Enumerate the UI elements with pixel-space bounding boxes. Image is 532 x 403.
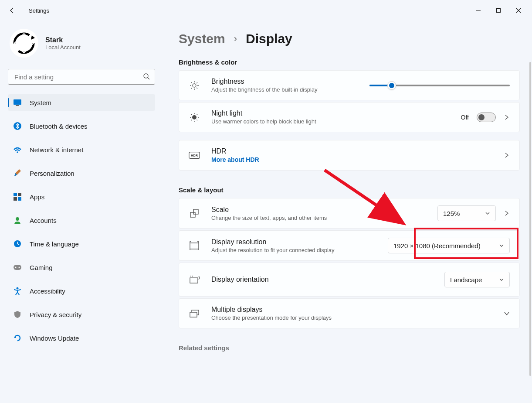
card-orientation[interactable]: Display orientation Landscape	[179, 263, 520, 297]
scale-dropdown[interactable]: 125%	[437, 205, 496, 221]
nightlight-icon	[189, 112, 200, 123]
personalization-icon	[13, 169, 22, 178]
svg-text:HDR: HDR	[191, 154, 198, 157]
minimize-icon	[476, 8, 481, 13]
card-multiple-displays[interactable]: Multiple displays Choose the presentatio…	[179, 298, 520, 328]
sidebar-item-network[interactable]: Network & internet	[8, 141, 155, 158]
network-icon	[13, 145, 22, 154]
resolution-dropdown[interactable]: 1920 × 1080 (Recommended)	[388, 238, 510, 253]
breadcrumb-parent[interactable]: System	[179, 31, 225, 46]
back-button[interactable]	[3, 2, 21, 19]
sidebar-item-label: Accessibility	[30, 287, 65, 295]
svg-line-28	[197, 88, 197, 89]
svg-rect-13	[14, 197, 17, 201]
chevron-right-icon[interactable]	[504, 210, 510, 216]
orientation-dropdown[interactable]: Landscape	[444, 272, 510, 287]
card-desc: Change the size of text, apps, and other…	[211, 215, 437, 221]
app-title: Settings	[29, 7, 49, 14]
svg-point-18	[15, 267, 17, 268]
sidebar-item-system[interactable]: System	[8, 94, 155, 111]
svg-point-31	[192, 115, 197, 120]
arrow-left-icon	[9, 7, 16, 14]
page-title: Display	[246, 31, 292, 46]
chevron-right-icon[interactable]	[504, 152, 510, 158]
breadcrumb: System › Display	[179, 31, 520, 46]
sidebar-item-accessibility[interactable]: Accessibility	[8, 283, 155, 299]
sidebar-item-apps[interactable]: Apps	[8, 188, 155, 205]
toggle-state: Off	[461, 114, 469, 121]
svg-rect-44	[190, 243, 199, 249]
sidebar-item-label: Personalization	[30, 170, 75, 177]
svg-point-46	[190, 276, 191, 277]
maximize-button[interactable]	[488, 3, 508, 17]
scale-icon	[189, 208, 200, 219]
chevron-down-icon	[485, 211, 490, 216]
card-desc: Adjust the brightness of the built-in di…	[211, 86, 352, 93]
minimize-button[interactable]	[468, 3, 488, 17]
sidebar-item-label: System	[30, 99, 51, 106]
svg-point-19	[19, 267, 20, 268]
sidebar-item-update[interactable]: Windows Update	[8, 330, 155, 346]
card-title: Multiple displays	[211, 306, 504, 314]
sidebar-item-label: Accounts	[30, 217, 57, 224]
svg-point-5	[144, 74, 148, 78]
sidebar-item-time[interactable]: Time & language	[8, 236, 155, 252]
svg-point-15	[16, 217, 19, 221]
svg-rect-8	[16, 105, 19, 106]
update-icon	[13, 334, 22, 342]
hdr-icon: HDR	[189, 150, 200, 161]
svg-line-27	[191, 82, 192, 83]
card-title: Scale	[211, 206, 437, 214]
brightness-icon	[189, 80, 200, 91]
nightlight-toggle[interactable]	[477, 113, 496, 122]
svg-rect-14	[18, 197, 21, 201]
chevron-down-icon[interactable]	[504, 311, 510, 317]
close-button[interactable]	[508, 3, 529, 17]
resolution-icon	[189, 240, 200, 251]
card-brightness: Brightness Adjust the brightness of the …	[179, 70, 520, 100]
orientation-icon	[189, 274, 200, 285]
nav-list: System Bluetooth & devices Network & int…	[8, 94, 155, 352]
time-icon	[13, 239, 22, 248]
sidebar-item-label: Apps	[30, 193, 44, 201]
scrollbar[interactable]	[529, 62, 531, 376]
card-resolution[interactable]: Display resolution Adjust the resolution…	[179, 230, 520, 261]
sidebar-item-personalization[interactable]: Personalization	[8, 165, 155, 181]
svg-line-38	[191, 120, 192, 120]
chevron-right-icon[interactable]	[504, 114, 510, 120]
svg-rect-49	[190, 312, 197, 317]
svg-line-6	[148, 78, 149, 79]
sidebar-item-label: Network & internet	[30, 146, 83, 154]
brightness-slider[interactable]	[369, 85, 510, 86]
card-title: Display orientation	[211, 276, 444, 283]
content-area: System › Display Brightness & color Brig…	[161, 21, 532, 403]
svg-rect-17	[14, 265, 21, 270]
card-hdr[interactable]: HDR HDR More about HDR	[179, 140, 520, 171]
sidebar: Stark Local Account System Bluetooth & d…	[0, 21, 161, 403]
search-input[interactable]	[8, 69, 155, 85]
system-icon	[13, 98, 22, 107]
accessibility-icon	[13, 287, 22, 295]
sidebar-item-accounts[interactable]: Accounts	[8, 212, 155, 229]
svg-point-22	[193, 84, 196, 87]
card-title: Brightness	[211, 78, 352, 85]
card-title: HDR	[211, 147, 504, 155]
search-box[interactable]	[8, 69, 155, 85]
chevron-down-icon	[499, 243, 504, 248]
svg-line-36	[191, 114, 192, 115]
card-title: Night light	[211, 109, 461, 117]
sidebar-item-privacy[interactable]: Privacy & security	[8, 306, 155, 323]
card-nightlight[interactable]: Night light Use warmer colors to help bl…	[179, 102, 520, 132]
profile-block[interactable]: Stark Local Account	[8, 29, 155, 58]
sidebar-item-label: Gaming	[30, 264, 53, 271]
svg-line-37	[197, 120, 198, 120]
card-title: Display resolution	[211, 238, 388, 246]
sidebar-item-bluetooth[interactable]: Bluetooth & devices	[8, 118, 155, 134]
card-desc: Adjust the resolution to fit your connec…	[211, 247, 388, 253]
multiple-displays-icon	[189, 308, 200, 319]
chevron-down-icon	[499, 277, 504, 282]
sidebar-item-label: Time & language	[30, 240, 79, 248]
sidebar-item-gaming[interactable]: Gaming	[8, 259, 155, 276]
hdr-link[interactable]: More about HDR	[211, 156, 504, 163]
card-scale[interactable]: Scale Change the size of text, apps, and…	[179, 198, 520, 229]
